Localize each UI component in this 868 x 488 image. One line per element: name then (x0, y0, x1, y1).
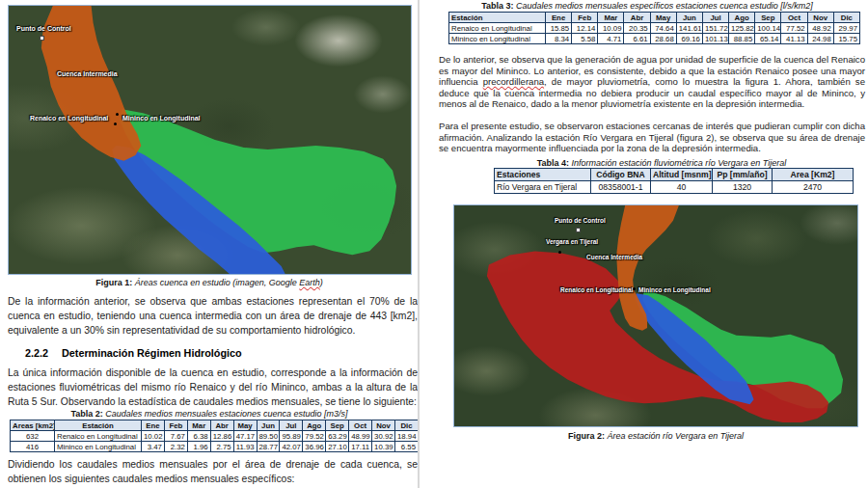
table-cell: Renaico en Longitudinal (55, 431, 142, 442)
table-cell: 3.47 (142, 442, 165, 452)
station-marker-vergara (558, 251, 561, 254)
table-cell: 65.14 (755, 34, 781, 44)
table-cell: 18.94 (394, 431, 418, 442)
page-right: Tabla 3: Caudales medios mensuales espec… (420, 0, 868, 488)
table-cell: 5.58 (572, 34, 598, 44)
map-label-punto-de-control: Punto de Control (16, 25, 71, 32)
column-header: Pp [mm/año] (713, 169, 773, 181)
column-header: Estación (55, 420, 142, 431)
table-cell: 15.85 (546, 23, 572, 34)
station-marker-junction (633, 287, 636, 290)
table-cell: 36.96 (303, 442, 326, 452)
basin-regions-figure1 (9, 6, 411, 274)
table-cell: 48.99 (349, 431, 372, 442)
table-cell: 63.29 (326, 431, 349, 442)
table-cell: 8.34 (546, 34, 572, 44)
column-header: May (233, 420, 257, 431)
column-header: Oct (781, 13, 807, 23)
document-view: Punto de Control Cuenca Intermedia Renai… (0, 0, 868, 488)
column-header: Sep (755, 13, 781, 23)
column-header: Ene (546, 13, 572, 23)
map-label-punto-de-control: Punto de Control (555, 217, 606, 224)
table3-caption-text: Caudales medios mensuales específicos es… (514, 1, 813, 11)
table4-caption-label: Tabla 4: (537, 158, 569, 168)
station-marker-mininco (114, 122, 117, 125)
column-header: Nov (807, 13, 833, 23)
table2-caption-text: Caudales medios mensuales estaciones cue… (103, 409, 348, 419)
column-header: Area [Km2] (773, 169, 854, 181)
column-header: Estaciones (495, 169, 591, 181)
table-cell: 2.32 (164, 442, 187, 452)
table-caudales-medios: Areas [km2]EstaciónEneFebMarAbrMayJunJul… (10, 420, 419, 452)
table-cell: 79.52 (303, 431, 326, 442)
table-cell: 10.39 (372, 442, 395, 452)
table-cell: 28.68 (650, 34, 676, 44)
table-cell: Río Vergara en Tijeral (495, 181, 591, 194)
table-row: 632Renaico en Longitudinal10.027.676.381… (11, 431, 419, 442)
table-cell: 77.52 (781, 23, 807, 34)
figure1-caption-text: Áreas cuenca en estudio (imagen, Google (132, 278, 299, 287)
column-header: Dic (833, 13, 859, 23)
column-header: Jul (702, 13, 728, 23)
station-marker-renaico (116, 113, 119, 116)
figure2-caption-text: Área estación río Vergara en Tijeral (605, 431, 744, 441)
table-cell: 632 (11, 431, 55, 442)
map-label-mininco: Mininco en Longitudinal (638, 286, 711, 293)
map-label-vergara: Vergara en Tijeral (546, 238, 598, 245)
column-header: Sep (326, 420, 349, 431)
table-row: Renaico en Longitudinal15.8512.1410.0920… (449, 23, 860, 34)
table-cell: 47.17 (233, 431, 257, 442)
section-title: Determinación Régimen Hidrológico (62, 347, 242, 359)
table-cell: 2.75 (210, 442, 233, 452)
control-point-marker (576, 228, 581, 232)
table-cell: 7.67 (164, 431, 187, 442)
table-cell: 89.50 (257, 431, 280, 442)
figure1-caption-misspelled-word: Earth (299, 278, 320, 287)
table-cell: 6.55 (394, 442, 418, 452)
table-row: 416Mininco en Longitudinal3.472.321.962.… (11, 442, 419, 452)
column-header: Oct (349, 420, 372, 431)
misspelled-word: precordillerana (483, 76, 544, 87)
table-cell: 1320 (713, 181, 773, 194)
page-left: Punto de Control Cuenca Intermedia Renai… (0, 0, 419, 488)
table-cell: 416 (11, 442, 55, 452)
figure1-map: Punto de Control Cuenca Intermedia Renai… (8, 5, 412, 275)
table-cell: 27.10 (326, 442, 349, 452)
paragraph-dividing-flows: Dividiendo los caudales medios mensuales… (8, 457, 418, 486)
table3-caption: Tabla 3: Caudales medios mensuales espec… (440, 1, 854, 11)
column-header: Abr (624, 13, 650, 23)
table-cell: 29.97 (833, 23, 859, 34)
figure1-caption-suffix: ) (320, 278, 323, 287)
map-label-mininco: Mininco en Longitudinal (122, 115, 201, 122)
figure1-caption-label: Figura 1: (95, 278, 132, 287)
paragraph-available-info: La única información disponible de la cu… (8, 366, 418, 410)
table-header-row: EstaciónEneFebMarAbrMayJunJulAgoSepOctNo… (449, 13, 860, 23)
column-header: Feb (572, 13, 598, 23)
table-cell: 100.14 (755, 23, 781, 34)
table-header-row: Areas [km2]EstaciónEneFebMarAbrMayJunJul… (11, 420, 419, 431)
column-header: Dic (394, 420, 418, 431)
table-cell: 2470 (773, 181, 854, 194)
table-cell: 125.82 (729, 23, 755, 34)
map-label-cuenca-intermedia: Cuenca Intermedia (57, 70, 118, 77)
table-cell: 101.13 (702, 34, 728, 44)
table-cell: 141.61 (676, 23, 702, 34)
column-header: Jun (676, 13, 702, 23)
table-cell: 12.14 (572, 23, 598, 34)
column-header: May (650, 13, 676, 23)
table-cell: 151.72 (702, 23, 728, 34)
table-cell: 4.71 (598, 34, 624, 44)
table-cell: 41.13 (781, 34, 807, 44)
table-estacion-vergara: EstacionesCódigo BNAAltitud [msnm]Pp [mm… (494, 168, 854, 194)
map-label-cuenca-intermedia: Cuenca Intermedia (586, 254, 642, 260)
column-header: Jul (280, 420, 303, 431)
table-cell: 20.35 (624, 23, 650, 34)
table-cell: 17.11 (349, 442, 372, 452)
figure2-map: Punto de Control Vergara en Tijeral Cuen… (453, 204, 858, 427)
table-cell: 28.77 (257, 442, 280, 452)
column-header: Altitud [msnm] (651, 169, 713, 181)
table-cell: 10.09 (598, 23, 624, 34)
column-header: Areas [km2] (11, 420, 55, 431)
table-cell: 95.89 (280, 431, 303, 442)
map-label-renaico: Renaico en Longitudinal (560, 286, 633, 293)
